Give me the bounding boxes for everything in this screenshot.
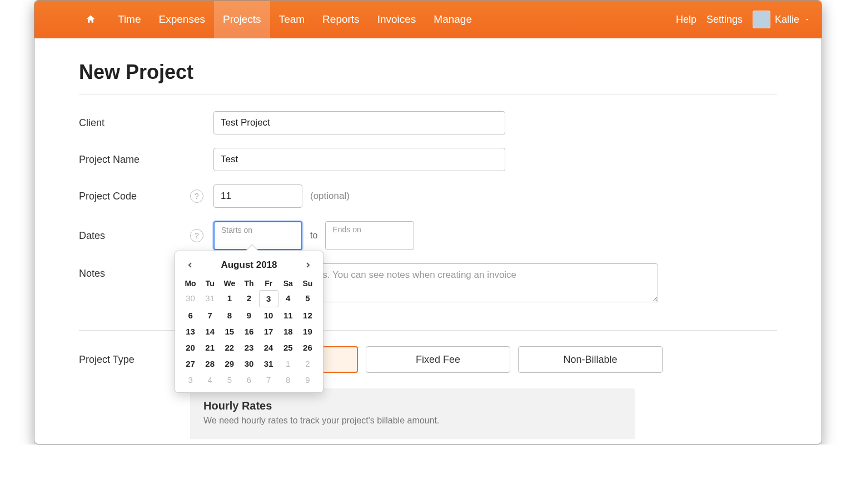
calendar-day[interactable]: 18 [278, 323, 298, 340]
calendar-dow: Sa [278, 277, 298, 290]
calendar-day[interactable]: 2 [298, 356, 317, 372]
project-name-input[interactable] [213, 148, 505, 171]
help-link[interactable]: Help [676, 14, 696, 26]
calendar-day[interactable]: 30 [181, 290, 200, 307]
starts-on-input[interactable]: Starts on [213, 221, 302, 250]
calendar-day[interactable]: 8 [220, 307, 239, 323]
calendar-day[interactable]: 3 [181, 372, 200, 388]
help-icon[interactable]: ? [190, 189, 203, 203]
calendar-day[interactable]: 1 [278, 356, 298, 372]
calendar-day[interactable]: 16 [239, 323, 258, 340]
calendar-day[interactable]: 31 [259, 356, 278, 372]
calendar-day[interactable]: 23 [239, 340, 258, 356]
client-input[interactable] [213, 111, 505, 134]
to-text: to [310, 231, 317, 241]
calendar-day[interactable]: 27 [181, 356, 200, 372]
nav-item-invoices[interactable]: Invoices [369, 1, 425, 38]
project-type-option[interactable]: Non-Billable [518, 346, 663, 373]
nav-item-reports[interactable]: Reports [313, 1, 369, 38]
calendar-day[interactable]: 7 [259, 372, 278, 388]
user-name: Kallie [775, 14, 799, 26]
calendar-day[interactable]: 24 [259, 340, 278, 356]
calendar-day[interactable]: 22 [220, 340, 239, 356]
calendar-day[interactable]: 29 [220, 356, 239, 372]
calendar-day[interactable]: 15 [220, 323, 239, 340]
calendar-day[interactable]: 2 [239, 290, 258, 307]
hourly-rates-title: Hourly Rates [203, 400, 621, 412]
calendar-day[interactable]: 19 [298, 323, 317, 340]
ends-on-input[interactable]: Ends on [325, 221, 414, 250]
nav-item-expenses[interactable]: Expenses [150, 1, 214, 38]
nav-item-time[interactable]: Time [109, 1, 150, 38]
calendar-day[interactable]: 25 [278, 340, 298, 356]
chevron-down-icon [804, 14, 810, 26]
calendar-dow: Th [239, 277, 258, 290]
calendar-day[interactable]: 21 [200, 340, 220, 356]
calendar-day[interactable]: 12 [298, 307, 317, 323]
calendar-day[interactable]: 28 [200, 356, 220, 372]
top-nav: TimeExpensesProjectsTeamReportsInvoicesM… [34, 1, 822, 38]
calendar-day[interactable]: 9 [298, 372, 317, 388]
home-icon[interactable] [84, 13, 97, 26]
calendar-next-icon[interactable] [302, 259, 314, 271]
page-title: New Project [79, 61, 777, 84]
hourly-rates-subtitle: We need hourly rates to track your proje… [203, 416, 621, 426]
calendar-day[interactable]: 4 [278, 290, 298, 307]
calendar-day[interactable]: 10 [259, 307, 278, 323]
calendar-day[interactable]: 30 [239, 356, 258, 372]
calendar-dow: Tu [200, 277, 220, 290]
nav-item-team[interactable]: Team [270, 1, 313, 38]
calendar-day[interactable]: 13 [181, 323, 200, 340]
calendar-dow: Su [298, 277, 317, 290]
calendar-dow: Fr [259, 277, 278, 290]
settings-link[interactable]: Settings [706, 14, 743, 26]
calendar-day[interactable]: 6 [181, 307, 200, 323]
project-type-option[interactable]: Fixed Fee [366, 346, 510, 373]
project-code-label: Project Code [79, 191, 190, 202]
optional-text: (optional) [310, 191, 350, 202]
calendar-day[interactable]: 20 [181, 340, 200, 356]
project-code-input[interactable] [213, 184, 302, 208]
calendar-day[interactable]: 26 [298, 340, 317, 356]
calendar-day[interactable]: 11 [278, 307, 298, 323]
calendar-dow: Mo [181, 277, 200, 290]
project-name-label: Project Name [79, 154, 190, 166]
hourly-rates-box: Hourly Rates We need hourly rates to tra… [190, 388, 635, 439]
calendar-day[interactable]: 9 [239, 307, 258, 323]
user-menu[interactable]: Kallie [753, 11, 810, 28]
help-icon[interactable]: ? [190, 229, 203, 242]
calendar-day[interactable]: 7 [200, 307, 220, 323]
calendar-prev-icon[interactable] [184, 259, 196, 271]
client-label: Client [79, 117, 190, 129]
calendar-day[interactable]: 14 [200, 323, 220, 340]
calendar-day[interactable]: 6 [239, 372, 258, 388]
datepicker-popover: August 2018 MoTuWeThFrSaSu 3031123456789… [175, 251, 324, 393]
project-type-label: Project Type [79, 354, 190, 366]
calendar-day[interactable]: 5 [220, 372, 239, 388]
divider [79, 94, 777, 94]
dates-label: Dates [79, 230, 190, 242]
calendar-day[interactable]: 31 [200, 290, 220, 307]
avatar [753, 11, 770, 28]
calendar-day[interactable]: 4 [200, 372, 220, 388]
calendar-title: August 2018 [221, 260, 277, 271]
nav-item-projects[interactable]: Projects [214, 1, 270, 38]
calendar-dow: We [220, 277, 239, 290]
calendar-day[interactable]: 1 [220, 290, 239, 307]
calendar-day[interactable]: 8 [278, 372, 298, 388]
calendar-day[interactable]: 5 [298, 290, 317, 307]
calendar-day[interactable]: 17 [259, 323, 278, 340]
calendar-day[interactable]: 3 [259, 290, 278, 307]
nav-item-manage[interactable]: Manage [425, 1, 481, 38]
notes-label: Notes [79, 263, 190, 280]
